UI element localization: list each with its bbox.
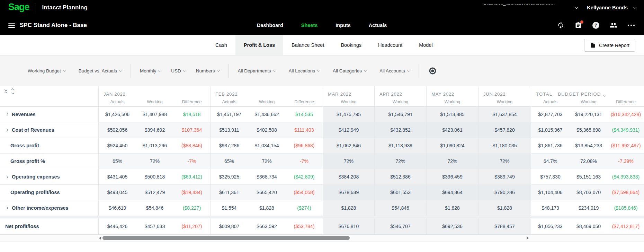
- table-cell[interactable]: $937,286: [211, 138, 248, 153]
- table-cell[interactable]: $1,013,296: [136, 138, 173, 153]
- nav-item-sheets[interactable]: Sheets: [301, 23, 318, 28]
- table-cell[interactable]: $8,469,050: [570, 218, 608, 234]
- table-cell[interactable]: $790,286: [478, 185, 531, 200]
- table-cell[interactable]: $2,877,703: [531, 107, 570, 122]
- tab-profit-and-loss[interactable]: Profit & Loss: [235, 35, 283, 55]
- filter-scenario[interactable]: Working Budget: [28, 68, 65, 73]
- table-cell[interactable]: 72%: [427, 154, 478, 169]
- table-cell[interactable]: $546,707: [375, 218, 427, 234]
- scrollbar-thumb[interactable]: [102, 236, 350, 240]
- table-cell[interactable]: $1,828: [427, 200, 478, 216]
- table-cell[interactable]: ($7,412,817): [608, 218, 644, 234]
- users-icon[interactable]: [610, 21, 617, 29]
- table-cell[interactable]: $48,173: [531, 200, 570, 216]
- table-cell[interactable]: $513,911: [211, 122, 248, 138]
- table-cell[interactable]: -7%: [173, 154, 211, 169]
- table-cell[interactable]: 65%: [211, 154, 248, 169]
- expand-all-rows-icon[interactable]: [11, 88, 14, 94]
- table-cell[interactable]: $402,508: [248, 122, 286, 138]
- expand-row-icon[interactable]: [6, 175, 8, 178]
- table-cell[interactable]: $457,633: [136, 218, 173, 234]
- table-cell[interactable]: $601,553: [375, 185, 427, 200]
- table-cell[interactable]: $394,692: [136, 122, 173, 138]
- expand-row-icon[interactable]: [6, 113, 8, 116]
- table-cell[interactable]: $54,846: [136, 200, 173, 216]
- table-cell[interactable]: $678,639: [323, 185, 375, 200]
- table-cell[interactable]: $512,386: [375, 169, 427, 184]
- table-cell[interactable]: $500,818: [136, 169, 173, 184]
- table-cell[interactable]: $1,180,035: [478, 138, 531, 153]
- table-cell[interactable]: -7%: [286, 154, 323, 169]
- table-cell[interactable]: ($11,207): [173, 218, 211, 234]
- table-cell[interactable]: $1,015,967: [531, 122, 570, 138]
- table-cell[interactable]: $396,459: [427, 169, 478, 184]
- table-cell[interactable]: $5,151,163: [570, 169, 608, 184]
- table-cell[interactable]: $1,828: [248, 200, 286, 216]
- table-cell[interactable]: $788,457: [478, 218, 531, 234]
- tab-model[interactable]: Model: [411, 35, 441, 55]
- table-cell[interactable]: 64.7%: [531, 154, 570, 169]
- table-cell[interactable]: $432,852: [375, 122, 427, 138]
- table-cell[interactable]: ($54,058): [286, 185, 323, 200]
- chevron-down-icon[interactable]: [633, 6, 636, 9]
- row-label[interactable]: Operating expenses: [0, 169, 99, 184]
- table-cell[interactable]: ($19,434): [173, 185, 211, 200]
- visibility-icon[interactable]: [429, 67, 437, 75]
- table-cell[interactable]: ($7,598,664): [608, 185, 644, 200]
- filter-currency[interactable]: USD: [171, 68, 186, 73]
- table-cell[interactable]: $5,365,898: [570, 122, 608, 138]
- filter-categories[interactable]: All Categories: [333, 68, 366, 73]
- table-cell[interactable]: $502,056: [99, 122, 136, 138]
- table-cell[interactable]: $446,426: [99, 218, 136, 234]
- table-cell[interactable]: 72.08%: [570, 154, 608, 169]
- table-cell[interactable]: ($42,809): [286, 169, 323, 184]
- table-cell[interactable]: ($16,342,428): [608, 107, 644, 122]
- table-cell[interactable]: $493,045: [99, 185, 136, 200]
- table-cell[interactable]: $384,208: [323, 169, 375, 184]
- scroll-right-icon[interactable]: [527, 236, 529, 240]
- table-cell[interactable]: ($4,393,833): [608, 169, 644, 184]
- table-cell[interactable]: $1,104,406: [531, 185, 570, 200]
- account-email-menu[interactable]: BrainSell_kbonds@brainsell.com: [483, 4, 569, 11]
- table-cell[interactable]: $423,061: [427, 122, 478, 138]
- table-cell[interactable]: $1,034,154: [248, 138, 286, 153]
- tab-headcount[interactable]: Headcount: [370, 35, 411, 55]
- table-cell[interactable]: ($8,227): [173, 200, 211, 216]
- filter-locations[interactable]: All Locations: [289, 68, 320, 73]
- table-cell[interactable]: $46,619: [99, 200, 136, 216]
- table-cell[interactable]: $1,637,854: [478, 107, 531, 122]
- chevron-down-icon[interactable]: [575, 6, 578, 9]
- table-cell[interactable]: $412,949: [323, 122, 375, 138]
- table-cell[interactable]: ($185,846): [608, 200, 644, 216]
- sync-icon[interactable]: [557, 21, 564, 29]
- table-cell[interactable]: $1,828: [478, 200, 531, 216]
- table-cell[interactable]: ($96,868): [286, 138, 323, 153]
- table-cell[interactable]: $1,056,233: [531, 218, 570, 234]
- table-cell[interactable]: $457,820: [478, 122, 531, 138]
- table-cell[interactable]: $757,330: [531, 169, 570, 184]
- table-cell[interactable]: $1,407,988: [136, 107, 173, 122]
- table-cell[interactable]: 72%: [136, 154, 173, 169]
- table-cell[interactable]: $1,062,846: [323, 138, 375, 153]
- nav-item-inputs[interactable]: Inputs: [336, 23, 351, 28]
- table-cell[interactable]: $924,450: [99, 138, 136, 153]
- table-cell[interactable]: $694,364: [427, 185, 478, 200]
- table-cell[interactable]: $1,426,506: [99, 107, 136, 122]
- table-cell[interactable]: $1,554: [211, 200, 248, 216]
- table-cell[interactable]: $692,536: [427, 218, 478, 234]
- expand-row-icon[interactable]: [6, 207, 8, 209]
- tab-bookings[interactable]: Bookings: [332, 35, 370, 55]
- more-icon[interactable]: [627, 21, 635, 29]
- table-cell[interactable]: $325,925: [211, 169, 248, 184]
- table-cell[interactable]: $1,090,824: [427, 138, 478, 153]
- table-cell[interactable]: $663,592: [248, 218, 286, 234]
- table-cell[interactable]: $1,451,197: [211, 107, 248, 122]
- table-cell[interactable]: $111,403: [286, 122, 323, 138]
- row-label[interactable]: Other income/expenses: [0, 200, 99, 216]
- table-cell[interactable]: ($274): [286, 200, 323, 216]
- filter-period[interactable]: Monthly: [140, 68, 161, 73]
- table-cell[interactable]: ($88,846): [173, 138, 211, 153]
- row-label[interactable]: Cost of Revenues: [0, 122, 99, 138]
- help-icon[interactable]: ?: [592, 21, 600, 29]
- filter-comparison[interactable]: Budget vs. Actuals: [79, 68, 122, 73]
